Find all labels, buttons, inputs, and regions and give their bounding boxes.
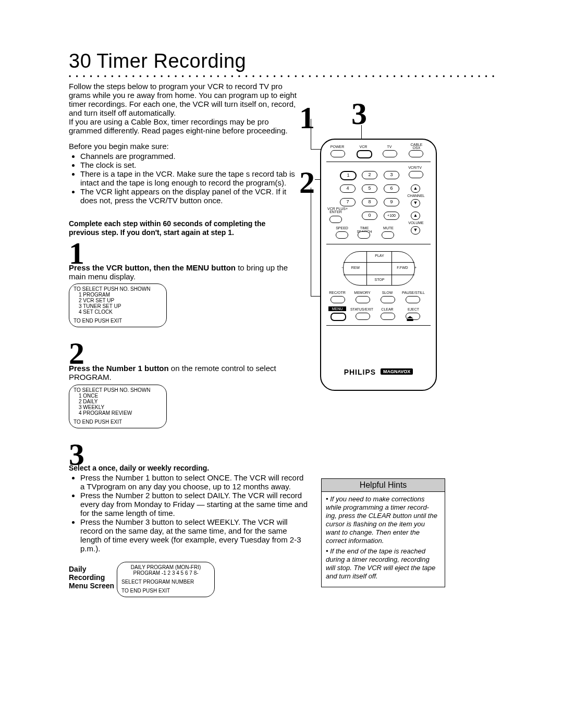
brand-philips: PHILIPS: [344, 368, 376, 376]
remote-label-vcrplus: VCR PLUS+ ENTER: [327, 207, 344, 214]
title-text: Timer Recording: [96, 50, 246, 72]
num-2-button: 2: [362, 171, 377, 179]
num-8-button: 8: [362, 198, 377, 206]
cable-button-icon: [409, 150, 423, 157]
remote-label-cable: CABLE OSX: [408, 143, 425, 150]
step-1-strong: Press the VCR button, then the MENU butt…: [69, 263, 236, 272]
remote-divider: [326, 244, 431, 244]
timesearch-button-icon: [358, 231, 370, 239]
channel-down-icon: ▼: [411, 199, 420, 207]
step-3-item: Press the Number 2 button to select DAIL…: [80, 491, 309, 517]
remote-label-mute: MUTE: [381, 226, 396, 230]
hints-item: If the end of the tape is reached during…: [326, 547, 440, 581]
osd2-footer: TO END PUSH EXIT: [74, 419, 162, 425]
callout-1: 1: [299, 102, 315, 133]
num-9-button: 9: [384, 198, 399, 206]
page-number: 30: [69, 50, 91, 72]
step-3-item: Press the Number 1 button to select ONCE…: [80, 473, 309, 491]
step-1-text: Press the VCR button, then the MENU butt…: [69, 263, 293, 281]
intro-p1: Follow the steps below to program your V…: [69, 82, 297, 117]
num-6-button: 6: [384, 184, 399, 193]
remote-label-channel: CHANNEL: [405, 194, 427, 198]
brand-row: PHILIPS MAGNAVOX: [321, 368, 436, 376]
intro-p2: If you are using a Cable Box, timer reco…: [69, 117, 288, 135]
power-button-icon: [331, 150, 345, 157]
osd3-l2: PROGRAM -1 2 3 4 5 6 7 8-: [121, 570, 210, 576]
dotted-rule: • • • • • • • • • • • • • • • • • • • • …: [69, 73, 499, 80]
step-3-item: Press the Number 3 button to select WEEK…: [80, 517, 309, 553]
vcr-button-icon: [357, 150, 372, 158]
transport-ring: PLAY − REW F.FWD + STOP: [343, 251, 415, 286]
remote-label-recotr: REC/OTR: [328, 291, 346, 294]
brand-magnavox: MAGNAVOX: [381, 368, 413, 375]
osd1-item: 2 VCR SET UP: [79, 298, 162, 303]
mute-button-icon: [382, 231, 394, 239]
osd2-item: 3 WEEKLY: [79, 404, 162, 410]
prereq-lead: Before you begin make sure:: [69, 142, 169, 151]
remote-label-power: POWER: [329, 145, 345, 149]
plus-label: +: [412, 266, 419, 269]
osd2-title: TO SELECT PUSH NO. SHOWN: [74, 387, 162, 393]
menu-button-icon: [331, 313, 346, 321]
num-5-button: 5: [362, 184, 377, 193]
helpful-hints-box: Helpful Hints If you need to make correc…: [321, 478, 445, 587]
remote-divider: [326, 325, 431, 326]
osd1-item: 3 TUNER SET UP: [79, 303, 162, 309]
prerequisites: Before you begin make sure: Channels are…: [69, 142, 298, 205]
clear-button-icon: [381, 313, 395, 320]
prereq-item: There is a tape in the VCR. Make sure th…: [80, 169, 298, 187]
volume-down-icon: ▼: [411, 226, 420, 235]
osd-menu-2: TO SELECT PUSH NO. SHOWN 1 ONCE 2 DAILY …: [69, 385, 167, 428]
remote-label-volume: VOLUME: [405, 221, 427, 225]
prereq-item: Channels are programmed.: [80, 152, 298, 161]
callout-3: 3: [351, 98, 367, 129]
vcrplus-button-icon: [329, 216, 342, 223]
remote-label-speed: SPEED: [335, 226, 349, 230]
channel-up-icon: ▲: [411, 184, 420, 193]
minus-label: −: [339, 266, 346, 269]
lead-line: [311, 119, 311, 149]
lead-line: [311, 188, 311, 296]
prereq-item: The VCR light appears on the display pan…: [80, 187, 298, 205]
remote-label-vcrtv: VCR/TV: [405, 166, 425, 169]
num-7-button: 7: [340, 198, 356, 206]
remote-label-slow: SLOW: [380, 291, 395, 294]
manual-page: 30Timer Recording • • • • • • • • • • • …: [0, 0, 563, 728]
vcrtv-button-icon: [409, 171, 423, 178]
memory-button-icon: [356, 296, 370, 303]
complete-warning: Complete each step within 60 seconds of …: [69, 219, 293, 237]
osd1-item: 4 SET CLOCK: [79, 309, 162, 315]
remote-label-pause: PAUSE/STILL: [401, 291, 425, 294]
remote-label-vcr: VCR: [356, 145, 371, 149]
prereq-item: The clock is set.: [80, 161, 298, 169]
remote-illustration: POWER VCR TV CABLE OSX 1 2 3 4 5 6 7 8 9…: [320, 139, 437, 391]
step-3-head: Select a once, daily or weekly recording…: [69, 464, 298, 472]
osd3-l1: DAILY PROGRAM (MON-FRI): [121, 564, 210, 570]
rew-label: REW: [348, 266, 363, 269]
osd2-item: 4 PROGRAM REVIEW: [79, 410, 162, 416]
play-label: PLAY: [372, 254, 387, 257]
remote-divider: [326, 162, 431, 162]
osd3-l4: TO END PUSH EXIT: [121, 588, 210, 594]
speed-button-icon: [336, 231, 348, 239]
step-2-strong: Press the Number 1 button: [69, 364, 169, 373]
num-3-button: 3: [384, 171, 399, 179]
daily-menu-label: Daily Recording Menu Screen: [69, 565, 116, 590]
remote-label-menu: MENU: [328, 306, 346, 311]
num-4-button: 4: [340, 184, 356, 193]
callout-2: 2: [299, 167, 315, 198]
osd3-l3: SELECT PROGRAM NUMBER: [121, 579, 210, 585]
osd1-footer: TO END PUSH EXIT: [74, 318, 162, 324]
eject-button-icon: ⏏: [406, 313, 420, 320]
intro-text: Follow the steps below to program your V…: [69, 82, 298, 135]
num-1-button: 1: [340, 171, 357, 180]
step-3-list: Press the Number 1 button to select ONCE…: [69, 472, 309, 553]
osd1-title: TO SELECT PUSH NO. SHOWN: [74, 286, 162, 292]
hints-item: If you need to make corrections while pr…: [326, 495, 440, 545]
remote-label-eject: EJECT: [405, 307, 422, 311]
osd-menu-1: TO SELECT PUSH NO. SHOWN 1 PROGRAM 2 VCR…: [69, 283, 167, 327]
hints-heading: Helpful Hints: [322, 479, 445, 492]
osd-menu-daily: DAILY PROGRAM (MON-FRI) PROGRAM -1 2 3 4…: [117, 562, 215, 597]
tv-button-icon: [383, 150, 397, 157]
slow-button-icon: [381, 296, 395, 303]
